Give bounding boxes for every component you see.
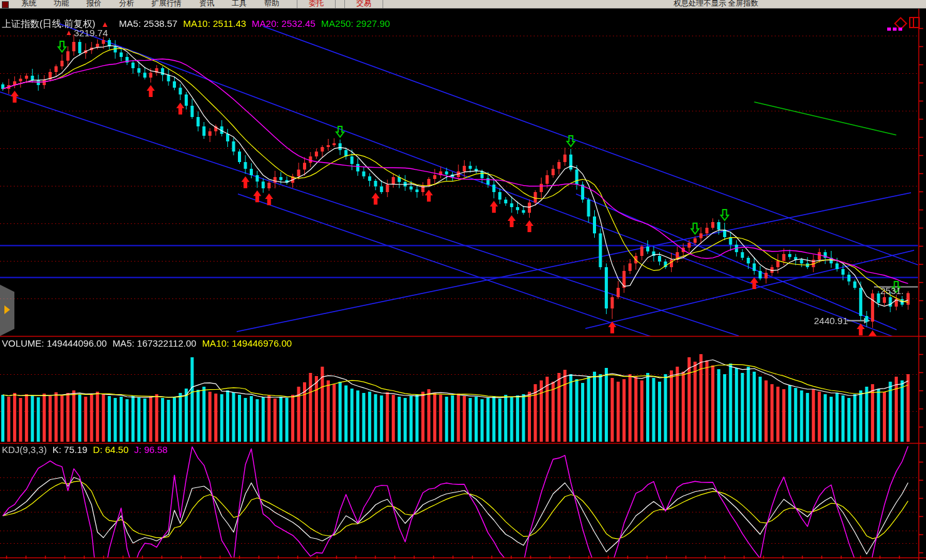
expand-arrow-icon (4, 305, 10, 314)
volume-legend: VOLUME: 149444096.00MA5: 167322112.00MA1… (2, 338, 297, 349)
menu-item-news[interactable]: 资讯 (190, 0, 223, 9)
menu-item-function[interactable]: 功能 (45, 0, 78, 9)
ma20-label: MA20: 2532.45 (252, 18, 316, 29)
menu-item-system[interactable]: 系统 (13, 0, 45, 9)
sidebar-expand-tab[interactable] (0, 285, 14, 336)
volume-label: VOLUME: 149444096.00 (2, 338, 107, 349)
chart-canvas[interactable] (0, 0, 926, 560)
main-chart-legend: 上证指数(日线.前复权)▲MA5: 2538.57MA10: 2511.43MA… (2, 18, 396, 30)
menu-item-trade[interactable]: 交易 (344, 0, 383, 9)
kdj-legend: KDJ(9,3,3)K: 75.19D: 64.50J: 96.58 (2, 444, 173, 455)
kdj-d-label: D: 64.50 (93, 444, 129, 455)
menu-bar: 系统 功能 报价 分析 扩展行情 资讯 工具 帮助 委托 交易 权息处理不显示 … (0, 0, 926, 9)
kdj-param-label: KDJ(9,3,3) (2, 444, 47, 455)
menu-item-quotes[interactable]: 报价 (78, 0, 110, 9)
menu-item-extended[interactable]: 扩展行情 (143, 0, 190, 9)
current-price-annotation: 2531. (880, 285, 904, 296)
menu-right-status: 权息处理不显示 全屏指数 (674, 0, 758, 9)
kdj-k-label: K: 75.19 (53, 444, 88, 455)
low-price-annotation: 2440.91 (814, 315, 848, 326)
peak-price-annotation: 3219.74 (74, 28, 108, 38)
kdj-j-label: J: 96.58 (134, 444, 167, 455)
vol-ma5-label: MA5: 167322112.00 (113, 338, 197, 349)
ma10-label: MA10: 2511.43 (183, 18, 246, 29)
menu-item-tools[interactable]: 工具 (223, 0, 255, 9)
ma5-label: MA5: 2538.57 (119, 18, 177, 29)
ma250-label: MA250: 2927.90 (321, 18, 390, 29)
menu-item-analysis[interactable]: 分析 (110, 0, 143, 9)
trading-terminal-window: 系统 功能 报价 分析 扩展行情 资讯 工具 帮助 委托 交易 权息处理不显示 … (0, 0, 926, 560)
peak-marker-icon: ▲ (65, 28, 73, 37)
menu-item-help[interactable]: 帮助 (255, 0, 288, 9)
vol-ma10-label: MA10: 149446976.00 (202, 338, 292, 349)
app-icon (2, 1, 9, 8)
menu-item-order[interactable]: 委托 (297, 0, 336, 9)
more-dots-icon (887, 28, 902, 31)
split-window-icon[interactable] (909, 17, 920, 28)
